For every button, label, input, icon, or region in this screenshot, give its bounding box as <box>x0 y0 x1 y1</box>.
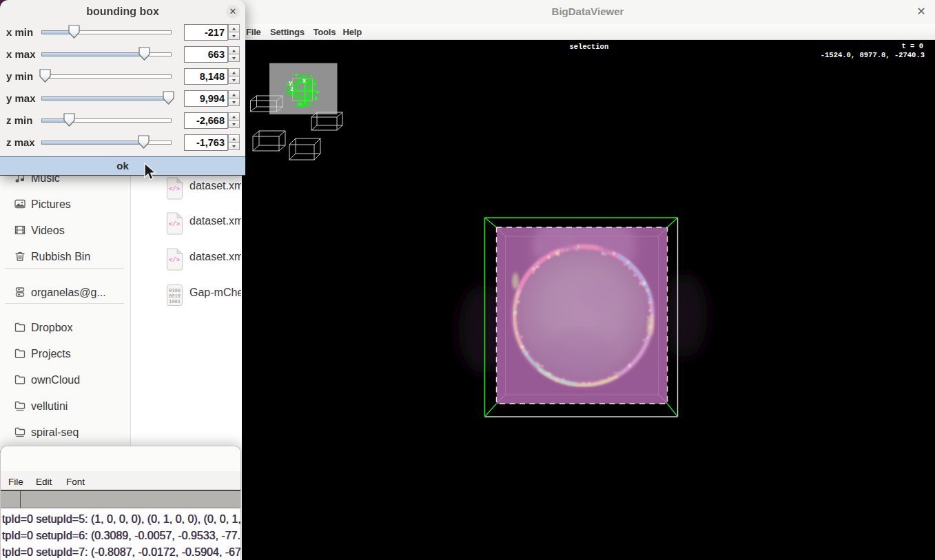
svg-text:</>: </> <box>169 257 180 264</box>
svg-text:1001: 1001 <box>169 299 181 304</box>
svg-text:z: z <box>290 86 294 93</box>
svg-text:0100: 0100 <box>169 288 181 293</box>
svg-text:0010: 0010 <box>169 293 181 299</box>
svg-text:x: x <box>302 78 306 85</box>
svg-text:</>: </> <box>169 221 180 228</box>
svg-text:</>: </> <box>169 186 180 193</box>
